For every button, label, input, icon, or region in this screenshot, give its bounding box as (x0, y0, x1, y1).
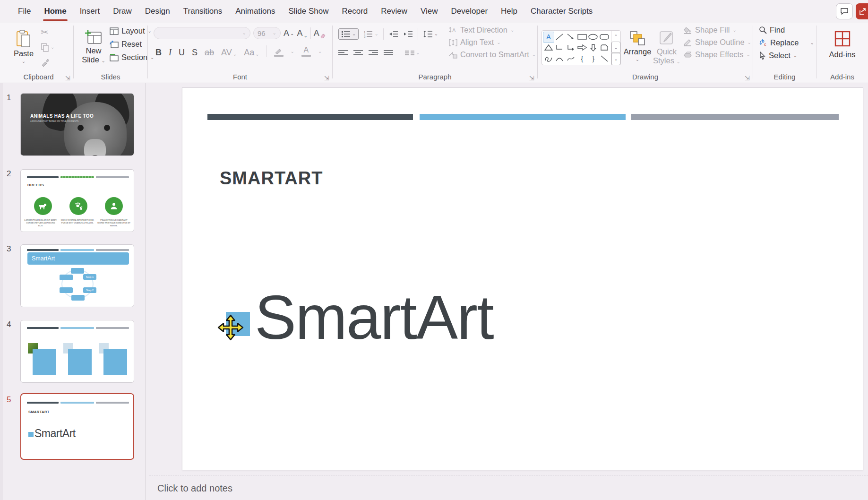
slide-thumbnail-2[interactable]: BREEDS LOREM IPSUM DOLOR SIT AMET, CONSE… (20, 169, 134, 232)
gallery-scroll-down-button[interactable]: ⌄ (611, 42, 620, 54)
menu-developer[interactable]: Developer (445, 0, 495, 23)
character-spacing-button[interactable]: AV⌄ (221, 48, 237, 57)
drawing-dialog-launcher[interactable]: ⇲ (745, 75, 750, 81)
left-brace-shape-icon[interactable]: { (576, 53, 588, 64)
justify-button[interactable] (384, 50, 393, 56)
arrow-shape-icon[interactable] (565, 32, 576, 43)
shape-effects-button[interactable]: Shape Effects ⌄ (683, 50, 751, 59)
clear-formatting-button[interactable]: A (314, 28, 326, 38)
decrease-indent-button[interactable] (388, 31, 398, 37)
change-case-button[interactable]: Aa⌄ (244, 48, 259, 57)
slide-bar-blue[interactable] (420, 114, 626, 120)
columns-button[interactable]: ⌄ (405, 50, 420, 56)
down-arrow-shape-icon[interactable] (588, 43, 599, 53)
slide-thumbnail-4[interactable] (20, 320, 134, 383)
slide-title-text[interactable]: SMARTART (220, 168, 323, 189)
menu-help[interactable]: Help (494, 0, 524, 23)
font-dialog-launcher[interactable]: ⇲ (324, 75, 329, 81)
quick-styles-button[interactable]: QuickStyles ⌄ (652, 26, 681, 74)
menu-character-scripts[interactable]: Character Scripts (524, 0, 599, 23)
menu-animations[interactable]: Animations (229, 0, 282, 23)
select-button[interactable]: Select ⌄ (759, 51, 814, 60)
font-name-combobox[interactable]: ⌄ (154, 27, 250, 39)
diagonal-line-shape-icon[interactable] (599, 53, 610, 64)
right-brace-shape-icon[interactable]: } (588, 53, 599, 64)
font-color-button[interactable]: A (301, 46, 311, 57)
font-size-combobox[interactable]: 96 ⌄ (253, 27, 281, 39)
strikethrough-button[interactable]: ab (205, 48, 214, 57)
arrange-button[interactable]: Arrange ⌄ (623, 26, 652, 74)
paragraph-dialog-launcher[interactable]: ⇲ (529, 75, 534, 81)
thumbnail-scrollbar[interactable] (0, 83, 3, 500)
italic-button[interactable]: I (169, 48, 172, 57)
increase-indent-button[interactable] (403, 31, 413, 37)
gallery-more-button[interactable]: ⌄ (611, 52, 620, 65)
outdent-icon (388, 31, 398, 37)
present-share-button[interactable] (856, 3, 868, 19)
curve-shape-icon[interactable] (565, 53, 576, 64)
text-box-shape-icon[interactable]: A (543, 32, 554, 43)
highlight-color-button[interactable] (274, 48, 284, 57)
shape-outline-button[interactable]: Shape Outline ⌄ (683, 38, 751, 47)
line-shape-icon[interactable] (554, 32, 566, 43)
paste-button[interactable]: Paste ⌄ (10, 26, 37, 73)
slide-bar-dark[interactable] (207, 114, 413, 120)
oval-shape-icon[interactable] (588, 32, 599, 43)
bold-button[interactable]: B (155, 48, 162, 57)
rectangle-shape-icon[interactable] (576, 32, 588, 43)
shrink-font-button[interactable]: A⌄ (297, 28, 307, 38)
new-slide-icon (84, 29, 103, 45)
grow-font-button[interactable]: A⌃ (284, 28, 294, 38)
text-direction-button[interactable]: A Text Direction ⌄ (449, 26, 536, 34)
comments-button[interactable] (836, 3, 853, 19)
copy-button[interactable]: ⌄ (41, 43, 54, 52)
chevron-down-icon: ⌄ (51, 45, 54, 50)
menu-view[interactable]: View (414, 0, 445, 23)
right-arrow-shape-icon[interactable] (576, 43, 588, 53)
format-painter-button[interactable] (41, 58, 50, 67)
menu-record[interactable]: Record (335, 0, 374, 23)
line-spacing-button[interactable]: ⌄ (423, 30, 438, 38)
underline-button[interactable]: U (179, 48, 185, 57)
menu-design[interactable]: Design (138, 0, 177, 23)
snip-corner-shape-icon[interactable] (599, 43, 610, 53)
menu-home[interactable]: Home (37, 0, 73, 23)
arc-shape-icon[interactable] (554, 53, 566, 64)
cut-button[interactable]: ✂ (41, 27, 49, 37)
convert-to-smartart-button[interactable]: Convert to SmartArt ⌄ (449, 50, 536, 59)
new-slide-button[interactable]: New Slide ⌄ (78, 26, 109, 73)
numbering-button[interactable]: 123 ⌄ (363, 30, 378, 38)
clipboard-dialog-launcher[interactable]: ⇲ (65, 75, 70, 81)
align-right-button[interactable] (369, 50, 378, 56)
slide-bar-gray[interactable] (631, 114, 839, 120)
slide-body-text[interactable]: SmartArt (255, 283, 493, 353)
addins-button[interactable]: Add-ins (816, 26, 868, 74)
slide-thumbnail-1[interactable]: ANIMALS HAS A LIFE TOO A DOCUMENTARY BAS… (20, 93, 134, 156)
align-center-button[interactable] (353, 50, 363, 56)
triangle-shape-icon[interactable] (543, 43, 554, 53)
elbow-connector-shape-icon[interactable] (554, 43, 566, 53)
bullets-button[interactable]: ⌄ (338, 28, 359, 40)
rounded-rectangle-shape-icon[interactable] (599, 32, 610, 43)
menu-transitions[interactable]: Transitions (177, 0, 229, 23)
notes-pane[interactable]: Click to add notes (149, 475, 868, 500)
slide-thumbnail-3[interactable]: SmartArt Step 1 Step 2 (20, 244, 134, 307)
menu-file[interactable]: File (11, 0, 37, 23)
replace-button[interactable]: bc Replace ⌄ (759, 38, 814, 47)
shape-fill-button[interactable]: Shape Fill ⌄ (683, 26, 751, 34)
notes-placeholder[interactable]: Click to add notes (157, 483, 232, 494)
menu-review[interactable]: Review (374, 0, 414, 23)
scribble-shape-icon[interactable] (543, 53, 554, 64)
addins-group-label: Add-ins (830, 73, 854, 81)
align-text-button[interactable]: Align Text ⌄ (449, 38, 536, 47)
menu-draw[interactable]: Draw (106, 0, 138, 23)
slide-canvas[interactable]: SMARTART SmartArt (182, 87, 863, 470)
find-button[interactable]: Find (759, 26, 814, 34)
elbow-arrow-connector-shape-icon[interactable] (565, 43, 576, 53)
slide-thumbnail-5-selected[interactable]: SMARTART SmartArt (20, 393, 134, 460)
menu-slide-show[interactable]: Slide Show (282, 0, 335, 23)
gallery-scroll-up-button[interactable]: ⌃ (611, 31, 620, 42)
menu-insert[interactable]: Insert (73, 0, 107, 23)
align-left-button[interactable] (338, 50, 348, 56)
text-shadow-button[interactable]: S (192, 48, 198, 57)
